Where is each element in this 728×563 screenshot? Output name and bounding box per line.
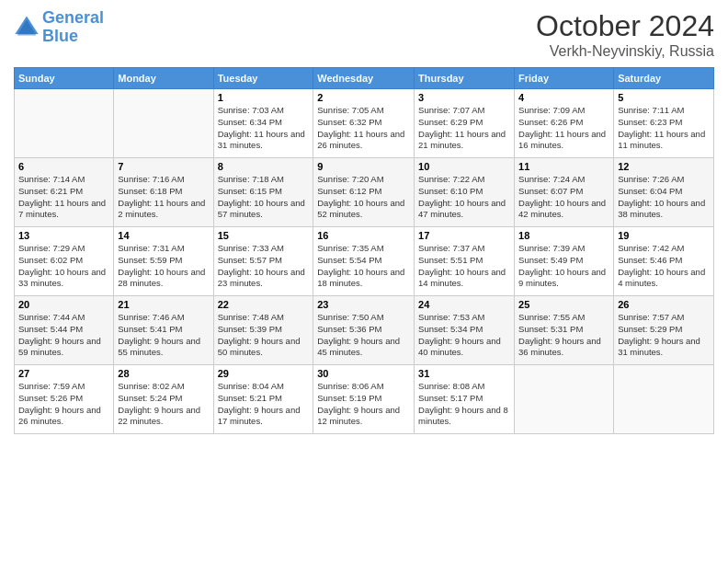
- day-info: Sunrise: 7:50 AMSunset: 5:36 PMDaylight:…: [317, 312, 410, 359]
- day-info: Sunrise: 8:06 AMSunset: 5:19 PMDaylight:…: [317, 381, 410, 428]
- title-area: October 2024 Verkh-Neyvinskiy, Russia: [536, 9, 714, 60]
- table-row: 25Sunrise: 7:55 AMSunset: 5:31 PMDayligh…: [515, 296, 614, 365]
- day-number: 4: [518, 92, 609, 103]
- day-info: Sunrise: 7:07 AMSunset: 6:29 PMDaylight:…: [418, 105, 510, 152]
- table-row: 28Sunrise: 8:02 AMSunset: 5:24 PMDayligh…: [114, 365, 213, 434]
- day-number: 3: [418, 92, 510, 103]
- table-row: 5Sunrise: 7:11 AMSunset: 6:23 PMDaylight…: [614, 89, 714, 158]
- day-number: 13: [18, 230, 109, 241]
- logo-line2: Blue: [42, 27, 78, 45]
- day-info: Sunrise: 7:59 AMSunset: 5:26 PMDaylight:…: [18, 381, 109, 428]
- day-number: 10: [418, 161, 510, 172]
- table-row: 14Sunrise: 7:31 AMSunset: 5:59 PMDayligh…: [114, 227, 213, 296]
- day-info: Sunrise: 7:35 AMSunset: 5:54 PMDaylight:…: [317, 243, 410, 290]
- table-row: 18Sunrise: 7:39 AMSunset: 5:49 PMDayligh…: [515, 227, 614, 296]
- day-info: Sunrise: 7:46 AMSunset: 5:41 PMDaylight:…: [118, 312, 209, 359]
- calendar-week-2: 13Sunrise: 7:29 AMSunset: 6:02 PMDayligh…: [15, 227, 714, 296]
- day-number: 16: [317, 230, 410, 241]
- day-info: Sunrise: 7:16 AMSunset: 6:18 PMDaylight:…: [118, 174, 209, 221]
- table-row: 23Sunrise: 7:50 AMSunset: 5:36 PMDayligh…: [313, 296, 415, 365]
- logo: General Blue: [14, 9, 104, 46]
- day-number: 2: [317, 92, 410, 103]
- table-row: 6Sunrise: 7:14 AMSunset: 6:21 PMDaylight…: [15, 158, 114, 227]
- day-info: Sunrise: 7:26 AMSunset: 6:04 PMDaylight:…: [618, 174, 710, 221]
- table-row: 24Sunrise: 7:53 AMSunset: 5:34 PMDayligh…: [415, 296, 515, 365]
- table-row: 4Sunrise: 7:09 AMSunset: 6:26 PMDaylight…: [515, 89, 614, 158]
- day-info: Sunrise: 7:03 AMSunset: 6:34 PMDaylight:…: [218, 105, 310, 152]
- table-row: 31Sunrise: 8:08 AMSunset: 5:17 PMDayligh…: [415, 365, 515, 434]
- day-info: Sunrise: 8:02 AMSunset: 5:24 PMDaylight:…: [118, 381, 209, 428]
- day-info: Sunrise: 7:22 AMSunset: 6:10 PMDaylight:…: [418, 174, 510, 221]
- month-title: October 2024: [536, 9, 714, 43]
- day-info: Sunrise: 7:39 AMSunset: 5:49 PMDaylight:…: [518, 243, 609, 290]
- col-tuesday: Tuesday: [213, 68, 313, 89]
- day-info: Sunrise: 7:55 AMSunset: 5:31 PMDaylight:…: [518, 312, 609, 359]
- day-number: 26: [618, 299, 710, 310]
- day-number: 5: [618, 92, 710, 103]
- table-row: 30Sunrise: 8:06 AMSunset: 5:19 PMDayligh…: [313, 365, 415, 434]
- table-row: 27Sunrise: 7:59 AMSunset: 5:26 PMDayligh…: [15, 365, 114, 434]
- table-row: 21Sunrise: 7:46 AMSunset: 5:41 PMDayligh…: [114, 296, 213, 365]
- table-row: 2Sunrise: 7:05 AMSunset: 6:32 PMDaylight…: [313, 89, 415, 158]
- logo-icon: [14, 15, 40, 40]
- table-row: 15Sunrise: 7:33 AMSunset: 5:57 PMDayligh…: [213, 227, 313, 296]
- day-number: 28: [118, 368, 209, 379]
- table-row: 22Sunrise: 7:48 AMSunset: 5:39 PMDayligh…: [213, 296, 313, 365]
- table-row: 26Sunrise: 7:57 AMSunset: 5:29 PMDayligh…: [614, 296, 714, 365]
- table-row: 7Sunrise: 7:16 AMSunset: 6:18 PMDaylight…: [114, 158, 213, 227]
- location-title: Verkh-Neyvinskiy, Russia: [536, 43, 714, 60]
- table-row: 11Sunrise: 7:24 AMSunset: 6:07 PMDayligh…: [515, 158, 614, 227]
- day-info: Sunrise: 7:57 AMSunset: 5:29 PMDaylight:…: [618, 312, 710, 359]
- col-thursday: Thursday: [415, 68, 515, 89]
- day-number: 11: [518, 161, 609, 172]
- day-number: 17: [418, 230, 510, 241]
- calendar-week-3: 20Sunrise: 7:44 AMSunset: 5:44 PMDayligh…: [15, 296, 714, 365]
- day-number: 21: [118, 299, 209, 310]
- table-row: 10Sunrise: 7:22 AMSunset: 6:10 PMDayligh…: [415, 158, 515, 227]
- table-row: 13Sunrise: 7:29 AMSunset: 6:02 PMDayligh…: [15, 227, 114, 296]
- table-row: 19Sunrise: 7:42 AMSunset: 5:46 PMDayligh…: [614, 227, 714, 296]
- day-info: Sunrise: 7:09 AMSunset: 6:26 PMDaylight:…: [518, 105, 609, 152]
- day-info: Sunrise: 8:04 AMSunset: 5:21 PMDaylight:…: [218, 381, 310, 428]
- calendar-week-0: 1Sunrise: 7:03 AMSunset: 6:34 PMDaylight…: [15, 89, 714, 158]
- day-number: 30: [317, 368, 410, 379]
- day-number: 23: [317, 299, 410, 310]
- table-row: 17Sunrise: 7:37 AMSunset: 5:51 PMDayligh…: [415, 227, 515, 296]
- header: General Blue October 2024 Verkh-Neyvinsk…: [14, 9, 714, 60]
- day-info: Sunrise: 7:14 AMSunset: 6:21 PMDaylight:…: [18, 174, 109, 221]
- day-number: 6: [18, 161, 109, 172]
- page: General Blue October 2024 Verkh-Neyvinsk…: [0, 0, 728, 563]
- table-row: 1Sunrise: 7:03 AMSunset: 6:34 PMDaylight…: [213, 89, 313, 158]
- col-wednesday: Wednesday: [313, 68, 415, 89]
- day-info: Sunrise: 8:08 AMSunset: 5:17 PMDaylight:…: [418, 381, 510, 428]
- day-number: 25: [518, 299, 609, 310]
- day-info: Sunrise: 7:20 AMSunset: 6:12 PMDaylight:…: [317, 174, 410, 221]
- day-info: Sunrise: 7:24 AMSunset: 6:07 PMDaylight:…: [518, 174, 609, 221]
- day-info: Sunrise: 7:29 AMSunset: 6:02 PMDaylight:…: [18, 243, 109, 290]
- day-number: 8: [218, 161, 310, 172]
- logo-line1: General: [42, 8, 104, 27]
- calendar-table: Sunday Monday Tuesday Wednesday Thursday…: [14, 67, 714, 434]
- table-row: [614, 365, 714, 434]
- day-info: Sunrise: 7:37 AMSunset: 5:51 PMDaylight:…: [418, 243, 510, 290]
- day-number: 18: [518, 230, 609, 241]
- table-row: [515, 365, 614, 434]
- calendar-week-4: 27Sunrise: 7:59 AMSunset: 5:26 PMDayligh…: [15, 365, 714, 434]
- table-row: 8Sunrise: 7:18 AMSunset: 6:15 PMDaylight…: [213, 158, 313, 227]
- col-monday: Monday: [114, 68, 213, 89]
- day-number: 27: [18, 368, 109, 379]
- day-number: 12: [618, 161, 710, 172]
- day-number: 1: [218, 92, 310, 103]
- day-number: 15: [218, 230, 310, 241]
- day-number: 7: [118, 161, 209, 172]
- table-row: 29Sunrise: 8:04 AMSunset: 5:21 PMDayligh…: [213, 365, 313, 434]
- day-info: Sunrise: 7:05 AMSunset: 6:32 PMDaylight:…: [317, 105, 410, 152]
- day-info: Sunrise: 7:42 AMSunset: 5:46 PMDaylight:…: [618, 243, 710, 290]
- table-row: 9Sunrise: 7:20 AMSunset: 6:12 PMDaylight…: [313, 158, 415, 227]
- col-friday: Friday: [515, 68, 614, 89]
- header-row: Sunday Monday Tuesday Wednesday Thursday…: [15, 68, 714, 89]
- col-sunday: Sunday: [15, 68, 114, 89]
- table-row: [15, 89, 114, 158]
- day-number: 9: [317, 161, 410, 172]
- table-row: [114, 89, 213, 158]
